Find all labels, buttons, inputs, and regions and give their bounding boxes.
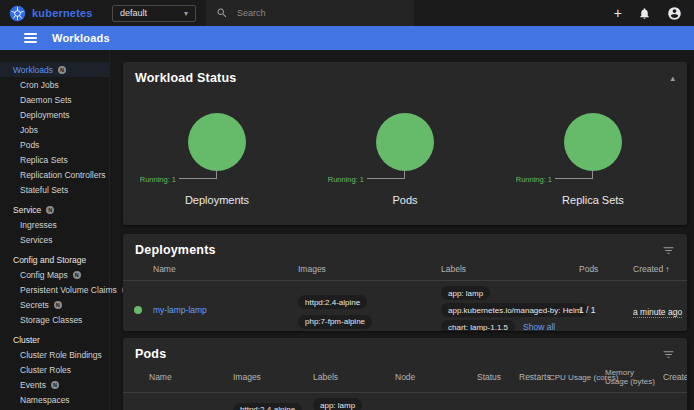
- deployments-title: Deployments: [135, 243, 216, 257]
- hamburger-icon: [24, 33, 37, 43]
- pod-labels: app: lamppod-template-hash: 5fd985cf68: [313, 397, 395, 410]
- menu-toggle-button[interactable]: [12, 33, 37, 43]
- chart-title: Pods: [311, 194, 499, 206]
- column-header-restarts[interactable]: Restarts: [519, 367, 549, 388]
- sidebar-item-secrets[interactable]: SecretsN: [0, 297, 109, 312]
- label-chip: app.kubernetes.io/managed-by: Helm: [441, 303, 588, 317]
- pie-running-label: Running: 1: [516, 175, 552, 184]
- pods-pie-chart: [376, 113, 434, 171]
- sidebar-item-label: Secrets: [20, 300, 49, 310]
- user-icon: [667, 6, 682, 21]
- deployment-created[interactable]: a minute ago: [633, 307, 682, 318]
- column-header-node[interactable]: Node: [395, 367, 477, 388]
- status-ok-icon: [134, 306, 142, 314]
- column-header-images[interactable]: Images: [233, 367, 313, 388]
- deployment-name-link[interactable]: my-lamp-lamp: [153, 305, 298, 315]
- column-header-memory[interactable]: Memory Usage (bytes): [605, 363, 663, 392]
- image-chip: php:7-fpm-alpine: [298, 315, 372, 329]
- column-header-labels[interactable]: Labels: [441, 259, 579, 280]
- sidebar-item-label: Events: [20, 380, 46, 390]
- image-chip: httpd:2.4-alpine: [233, 403, 302, 410]
- sidebar-item-cron-jobs[interactable]: Cron Jobs: [0, 77, 109, 92]
- column-header-created[interactable]: Created↑: [663, 367, 687, 388]
- sidebar-item-replica-sets[interactable]: Replica Sets: [0, 152, 109, 167]
- pie-label-connector: [179, 170, 217, 179]
- sidebar-nav: WorkloadsNCron JobsDaemon SetsDeployment…: [0, 50, 110, 410]
- search-input[interactable]: [237, 8, 387, 18]
- sidebar-item-workloads[interactable]: WorkloadsN: [0, 62, 109, 77]
- sidebar-item-label: Config and Storage: [13, 255, 86, 265]
- sidebar-item-cluster[interactable]: Cluster: [0, 332, 109, 347]
- column-header-name[interactable]: Name: [149, 367, 233, 388]
- pod-images: httpd:2.4-alpinephp:7-fpm-alpine: [233, 402, 313, 410]
- caret-down-icon: ▾: [184, 9, 188, 18]
- sidebar-item-config-maps[interactable]: Config MapsN: [0, 267, 109, 282]
- notifications-button[interactable]: [638, 7, 651, 20]
- pie-label-connector: [555, 170, 593, 179]
- pods-title: Pods: [135, 347, 166, 361]
- sidebar-item-service[interactable]: ServiceN: [0, 202, 109, 217]
- workload-chart-pods: Running: 1 Pods: [311, 113, 499, 206]
- sidebar-item-label: Replica Sets: [20, 155, 68, 165]
- sidebar-item-jobs[interactable]: Jobs: [0, 122, 109, 137]
- chart-title: Deployments: [123, 194, 311, 206]
- sidebar-item-daemon-sets[interactable]: Daemon Sets: [0, 92, 109, 107]
- deployments-pie-chart: [188, 113, 246, 171]
- workload-status-card: Workload Status ▴ Running: 1 Deployments: [123, 62, 687, 225]
- sidebar-item-persistent-volume-claims[interactable]: Persistent Volume ClaimsN: [0, 282, 109, 297]
- deployment-pods-count: 1 / 1: [579, 305, 633, 315]
- pie-running-label: Running: 1: [140, 175, 176, 184]
- column-header-created[interactable]: Created↑: [633, 259, 687, 280]
- app-bar: Workloads: [0, 26, 694, 50]
- sidebar-item-label: Storage Classes: [20, 315, 82, 325]
- sidebar-item-replication-controllers[interactable]: Replication Controllers: [0, 167, 109, 182]
- sidebar-item-cluster-role-bindings[interactable]: Cluster Role Bindings: [0, 347, 109, 362]
- sidebar-item-namespaces[interactable]: Namespaces: [0, 392, 109, 407]
- sidebar-item-label: Namespaces: [20, 395, 70, 405]
- deployment-images: httpd:2.4-alpinephp:7-fpm-alpine: [298, 291, 441, 330]
- collapse-icon[interactable]: ▴: [670, 74, 675, 83]
- column-header-images[interactable]: Images: [298, 259, 441, 280]
- label-chip: chart: lamp-1.1.5: [441, 320, 515, 331]
- sidebar-item-deployments[interactable]: Deployments: [0, 107, 109, 122]
- column-header-cpu[interactable]: CPU Usage (cores): [549, 368, 605, 388]
- sidebar-item-label: Daemon Sets: [20, 95, 72, 105]
- brand-name: kubernetes: [32, 7, 93, 19]
- show-all-link[interactable]: Show all: [523, 322, 555, 331]
- create-resource-button[interactable]: +: [614, 6, 622, 20]
- label-chip: app: lamp: [441, 286, 490, 300]
- workload-chart-deployments: Running: 1 Deployments: [123, 113, 311, 206]
- sidebar-item-services[interactable]: Services: [0, 232, 109, 247]
- column-header-pods[interactable]: Pods: [579, 259, 633, 280]
- sidebar-item-cluster-roles[interactable]: Cluster Roles: [0, 362, 109, 377]
- search-icon: [216, 7, 228, 19]
- app-logo[interactable]: kubernetes: [0, 5, 112, 22]
- deployments-filter-button[interactable]: [662, 244, 675, 257]
- pods-filter-button[interactable]: [662, 348, 675, 361]
- column-header-status[interactable]: Status: [477, 367, 519, 388]
- sidebar-item-pods[interactable]: Pods: [0, 137, 109, 152]
- sidebar-item-stateful-sets[interactable]: Stateful Sets: [0, 182, 109, 197]
- sidebar-item-label: Cluster Role Bindings: [20, 350, 102, 360]
- page-title: Workloads: [52, 32, 110, 44]
- main-content: Workload Status ▴ Running: 1 Deployments: [110, 50, 694, 410]
- workload-status-title: Workload Status: [135, 71, 236, 85]
- sidebar-item-config-and-storage[interactable]: Config and Storage: [0, 252, 109, 267]
- namespaced-badge-icon: N: [73, 271, 81, 279]
- sidebar-item-label: Workloads: [13, 65, 53, 75]
- sidebar-item-storage-classes[interactable]: Storage Classes: [0, 312, 109, 327]
- column-header-name[interactable]: Name: [153, 259, 298, 280]
- namespaced-badge-icon: N: [58, 66, 66, 74]
- sidebar-item-ingresses[interactable]: Ingresses: [0, 217, 109, 232]
- sidebar-item-label: Deployments: [20, 110, 70, 120]
- search-bar[interactable]: [206, 0, 414, 26]
- sidebar-item-label: Pods: [20, 140, 39, 150]
- user-menu-button[interactable]: [667, 6, 682, 21]
- sidebar-item-events[interactable]: EventsN: [0, 377, 109, 392]
- column-header-labels[interactable]: Labels: [313, 367, 395, 388]
- deployment-row: my-lamp-lamp httpd:2.4-alpinephp:7-fpm-a…: [123, 281, 687, 331]
- sidebar-item-label: Cluster: [13, 335, 40, 345]
- namespace-selector[interactable]: default ▾: [112, 5, 196, 22]
- sidebar-item-label: Ingresses: [20, 220, 57, 230]
- pie-running-label: Running: 1: [328, 175, 364, 184]
